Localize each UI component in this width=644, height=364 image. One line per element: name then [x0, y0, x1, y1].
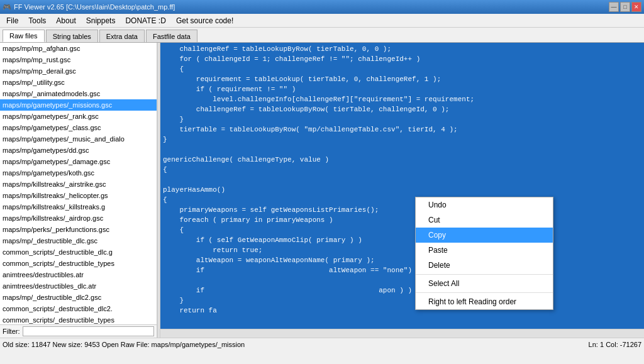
main-content: maps/mp/mp_afghan.gscmaps/mp/mp_rust.gsc…: [0, 43, 644, 338]
close-button[interactable]: ✕: [631, 2, 641, 12]
maximize-button[interactable]: □: [620, 2, 630, 12]
context-menu-item-paste[interactable]: Paste: [416, 243, 553, 258]
app-icon: 🎮: [3, 3, 11, 11]
file-item[interactable]: maps/mp/mp_afghan.gsc: [0, 43, 157, 54]
menu-file[interactable]: File: [1, 14, 23, 28]
file-item[interactable]: maps/mp/gametypes/_music_and_dialo: [0, 133, 157, 145]
tab-fastfile-data[interactable]: Fastfile data: [146, 30, 197, 42]
tab-raw-files[interactable]: Raw files: [3, 30, 45, 42]
status-left: Old size: 11847 New size: 9453 Open Raw …: [3, 341, 245, 348]
context-menu-item-delete[interactable]: Delete: [416, 258, 553, 273]
context-menu-item-cut[interactable]: Cut: [416, 212, 553, 228]
menu-source[interactable]: Get source code!: [171, 14, 238, 28]
file-item[interactable]: maps/mp/_utility.gsc: [0, 77, 157, 88]
file-list[interactable]: maps/mp/mp_afghan.gscmaps/mp/mp_rust.gsc…: [0, 43, 157, 324]
file-item[interactable]: maps/mp/killstreaks/_helicopter.gs: [0, 190, 157, 201]
file-item[interactable]: maps/mp/gametypes/dd.gsc: [0, 145, 157, 156]
file-item[interactable]: animtrees/destructibles_dlc.atr: [0, 280, 157, 292]
menu-tools[interactable]: Tools: [23, 14, 51, 28]
horizontal-scrollbar[interactable]: [160, 329, 644, 338]
minimize-button[interactable]: —: [609, 2, 619, 12]
file-filter-bar: Filter:: [0, 324, 157, 338]
file-item[interactable]: maps/mp/killstreaks/_killstreaks.g: [0, 201, 157, 212]
file-item[interactable]: common_scripts/_destructible_dlc.g: [0, 246, 157, 258]
menu-donate[interactable]: DONATE :D: [120, 14, 170, 28]
code-panel: challengeRef = tableLookupByRow( tierTab…: [160, 43, 644, 338]
status-right: Ln: 1 Col: -71267: [589, 341, 641, 348]
file-item[interactable]: maps/mp/mp_rust.gsc: [0, 54, 157, 65]
tab-bar: Raw files String tables Extra data Fastf…: [0, 28, 644, 43]
file-item[interactable]: maps/mp/mp_derail.gsc: [0, 65, 157, 77]
file-item[interactable]: maps/mp/killstreaks/_airstrike.gsc: [0, 179, 157, 190]
file-item[interactable]: maps/mp/gametypes/_damage.gsc: [0, 156, 157, 167]
file-item[interactable]: maps/mp/killstreaks/_airdrop.gsc: [0, 212, 157, 224]
context-menu-separator: [416, 274, 553, 275]
context-menu-item-undo[interactable]: Undo: [416, 197, 553, 212]
menu-about[interactable]: About: [51, 14, 80, 28]
file-item[interactable]: common_scripts/_destructible_dlc2.: [0, 303, 157, 314]
status-bar: Old size: 11847 New size: 9453 Open Raw …: [0, 338, 644, 350]
file-panel: maps/mp/mp_afghan.gscmaps/mp/mp_rust.gsc…: [0, 43, 157, 338]
file-item[interactable]: maps/mp/_destructible_dlc.gsc: [0, 235, 157, 246]
context-menu-item-right-to-left-reading-order[interactable]: Right to left Reading order: [416, 294, 553, 309]
file-item[interactable]: maps/mp/gametypes/_class.gsc: [0, 122, 157, 133]
tab-string-tables[interactable]: String tables: [46, 30, 98, 42]
file-item[interactable]: common_scripts/_destructible_types: [0, 314, 157, 324]
file-item[interactable]: maps/mp/gametypes/koth.gsc: [0, 167, 157, 179]
context-menu-separator: [416, 292, 553, 293]
filter-input[interactable]: [23, 326, 155, 336]
menu-snippets[interactable]: Snippets: [81, 14, 121, 28]
file-item[interactable]: maps/mp/perks/_perkfunctions.gsc: [0, 224, 157, 235]
file-item[interactable]: common_scripts/_destructible_types: [0, 258, 157, 269]
title-bar: 🎮 FF Viewer v2.65 [C:\Users\Iain\Desktop…: [0, 0, 644, 14]
file-item[interactable]: animtrees/destructibles.atr: [0, 269, 157, 280]
menu-bar: File Tools About Snippets DONATE :D Get …: [0, 14, 644, 28]
file-item[interactable]: maps/mp/_animatedmodels.gsc: [0, 88, 157, 99]
tab-extra-data[interactable]: Extra data: [99, 30, 145, 42]
context-menu: UndoCutCopyPasteDeleteSelect AllRight to…: [415, 197, 553, 310]
file-item[interactable]: maps/mp/_destructible_dlc2.gsc: [0, 292, 157, 303]
code-editor[interactable]: challengeRef = tableLookupByRow( tierTab…: [160, 43, 644, 329]
filter-label: Filter:: [3, 328, 20, 335]
context-menu-item-copy[interactable]: Copy: [416, 228, 553, 243]
context-menu-item-select-all[interactable]: Select All: [416, 276, 553, 291]
file-item[interactable]: maps/mp/gametypes/_missions.gsc: [0, 99, 157, 111]
title-bar-left: 🎮 FF Viewer v2.65 [C:\Users\Iain\Desktop…: [3, 3, 175, 11]
file-item[interactable]: maps/mp/gametypes/_rank.gsc: [0, 111, 157, 122]
title-text: FF Viewer v2.65 [C:\Users\Iain\Desktop\p…: [14, 3, 175, 11]
title-bar-controls[interactable]: — □ ✕: [609, 2, 641, 12]
